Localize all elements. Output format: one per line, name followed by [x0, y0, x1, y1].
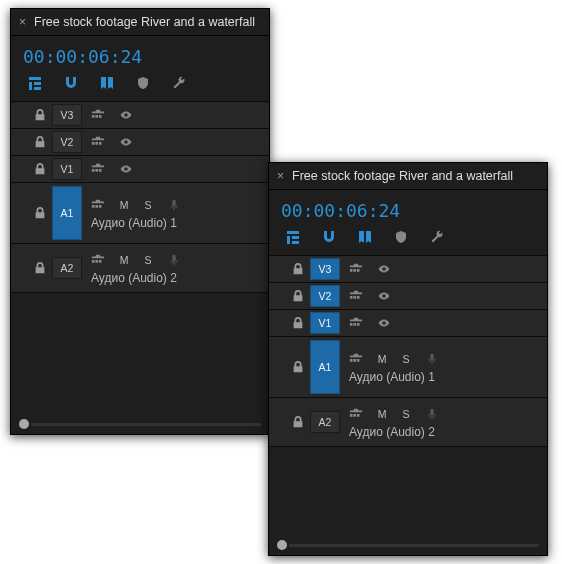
- toggle-visibility-eye-icon[interactable]: [377, 289, 391, 303]
- snap-magnet-icon[interactable]: [63, 75, 79, 91]
- toggle-output-icon[interactable]: [91, 198, 105, 212]
- mute-button[interactable]: M: [119, 254, 129, 266]
- tab-bar: × Free stock footage River and a waterfa…: [269, 163, 547, 190]
- audio-track-label: Аудио (Audio) 2: [91, 271, 269, 285]
- voiceover-mic-icon[interactable]: [167, 198, 181, 212]
- toggle-output-icon[interactable]: [91, 135, 105, 149]
- nest-sequence-icon[interactable]: [27, 75, 43, 91]
- audio-track-header: A2 M S Аудио (Audio) 2: [269, 398, 547, 447]
- video-track-header: V2: [269, 283, 547, 310]
- timeline-panel: × Free stock footage River and a waterfa…: [268, 162, 548, 556]
- toggle-output-icon[interactable]: [349, 316, 363, 330]
- track-target-v1[interactable]: V1: [52, 158, 82, 180]
- toggle-output-icon[interactable]: [349, 262, 363, 276]
- linked-selection-icon[interactable]: [357, 229, 373, 245]
- playhead-timecode[interactable]: 00:00:06:24: [11, 36, 269, 71]
- lock-icon[interactable]: [291, 316, 305, 330]
- horizontal-scrollbar[interactable]: [277, 541, 539, 549]
- close-icon[interactable]: ×: [275, 169, 286, 183]
- scroll-thumb[interactable]: [19, 419, 29, 429]
- lock-icon[interactable]: [33, 261, 47, 275]
- snap-magnet-icon[interactable]: [321, 229, 337, 245]
- toggle-output-icon[interactable]: [91, 253, 105, 267]
- marker-icon[interactable]: [393, 229, 409, 245]
- lock-icon[interactable]: [33, 206, 47, 220]
- track-target-a2[interactable]: A2: [52, 257, 82, 279]
- toggle-output-icon[interactable]: [349, 289, 363, 303]
- voiceover-mic-icon[interactable]: [167, 253, 181, 267]
- solo-button[interactable]: S: [143, 254, 153, 266]
- mute-button[interactable]: M: [119, 199, 129, 211]
- toggle-visibility-eye-icon[interactable]: [377, 316, 391, 330]
- voiceover-mic-icon[interactable]: [425, 352, 439, 366]
- nest-sequence-icon[interactable]: [285, 229, 301, 245]
- scroll-track: [31, 423, 261, 426]
- toggle-visibility-eye-icon[interactable]: [119, 108, 133, 122]
- timeline-tool-row: [269, 225, 547, 255]
- lock-icon[interactable]: [291, 262, 305, 276]
- track-header-area: V3 V2 V1 A1: [269, 255, 547, 447]
- mute-button[interactable]: M: [377, 353, 387, 365]
- track-target-v1[interactable]: V1: [310, 312, 340, 334]
- track-target-a1[interactable]: A1: [310, 340, 340, 394]
- track-target-a2[interactable]: A2: [310, 411, 340, 433]
- track-target-v2[interactable]: V2: [52, 131, 82, 153]
- track-target-v2[interactable]: V2: [310, 285, 340, 307]
- settings-wrench-icon[interactable]: [429, 229, 445, 245]
- lock-icon[interactable]: [291, 360, 305, 374]
- timeline-tool-row: [11, 71, 269, 101]
- solo-button[interactable]: S: [401, 408, 411, 420]
- voiceover-mic-icon[interactable]: [425, 407, 439, 421]
- audio-track-label: Аудио (Audio) 1: [349, 370, 547, 384]
- marker-icon[interactable]: [135, 75, 151, 91]
- video-track-header: V1: [11, 156, 269, 183]
- playhead-timecode[interactable]: 00:00:06:24: [269, 190, 547, 225]
- tab-title[interactable]: Free stock footage River and a waterfall: [34, 15, 255, 29]
- audio-track-label: Аудио (Audio) 1: [91, 216, 269, 230]
- audio-track-label: Аудио (Audio) 2: [349, 425, 547, 439]
- linked-selection-icon[interactable]: [99, 75, 115, 91]
- toggle-output-icon[interactable]: [91, 108, 105, 122]
- audio-track-header: A1 M S Аудио (Audio) 1: [269, 337, 547, 398]
- timeline-panel: × Free stock footage River and a waterfa…: [10, 8, 270, 435]
- settings-wrench-icon[interactable]: [171, 75, 187, 91]
- tab-bar: × Free stock footage River and a waterfa…: [11, 9, 269, 36]
- toggle-visibility-eye-icon[interactable]: [119, 135, 133, 149]
- audio-track-header: A1 M S Аудио (Audio) 1: [11, 183, 269, 244]
- video-track-header: V3: [269, 256, 547, 283]
- horizontal-scrollbar[interactable]: [19, 420, 261, 428]
- lock-icon[interactable]: [33, 108, 47, 122]
- toggle-visibility-eye-icon[interactable]: [377, 262, 391, 276]
- close-icon[interactable]: ×: [17, 15, 28, 29]
- mute-button[interactable]: M: [377, 408, 387, 420]
- video-track-header: V1: [269, 310, 547, 337]
- lock-icon[interactable]: [291, 289, 305, 303]
- lock-icon[interactable]: [33, 162, 47, 176]
- audio-track-header: A2 M S Аудио (Audio) 2: [11, 244, 269, 293]
- toggle-output-icon[interactable]: [349, 407, 363, 421]
- track-header-area: V3 V2 V1 A1: [11, 101, 269, 293]
- video-track-header: V2: [11, 129, 269, 156]
- solo-button[interactable]: S: [143, 199, 153, 211]
- scroll-thumb[interactable]: [277, 540, 287, 550]
- scroll-track: [289, 544, 539, 547]
- track-target-v3[interactable]: V3: [310, 258, 340, 280]
- lock-icon[interactable]: [291, 415, 305, 429]
- solo-button[interactable]: S: [401, 353, 411, 365]
- track-target-v3[interactable]: V3: [52, 104, 82, 126]
- toggle-output-icon[interactable]: [349, 352, 363, 366]
- video-track-header: V3: [11, 102, 269, 129]
- tab-title[interactable]: Free stock footage River and a waterfall: [292, 169, 513, 183]
- lock-icon[interactable]: [33, 135, 47, 149]
- toggle-output-icon[interactable]: [91, 162, 105, 176]
- toggle-visibility-eye-icon[interactable]: [119, 162, 133, 176]
- track-target-a1[interactable]: A1: [52, 186, 82, 240]
